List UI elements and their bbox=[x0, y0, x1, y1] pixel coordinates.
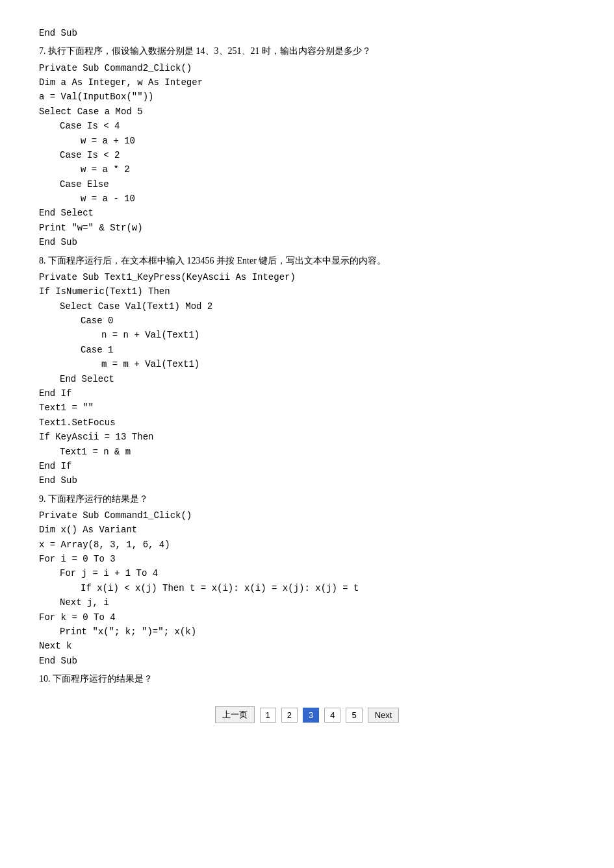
code-line: Case 1 bbox=[39, 343, 575, 357]
code-line: Next j, i bbox=[39, 595, 575, 610]
code-line: End Sub bbox=[39, 26, 575, 40]
page-1[interactable]: 1 bbox=[260, 708, 276, 723]
code-content: End Sub7. 执行下面程序，假设输入数据分别是 14、3、251、21 时… bbox=[39, 26, 575, 687]
code-line: End Sub bbox=[39, 473, 575, 488]
code-line: If KeyAscii = 13 Then bbox=[39, 430, 575, 444]
code-line: Private Sub Command1_Click() bbox=[39, 508, 575, 523]
code-line: Text1 = "" bbox=[39, 401, 575, 415]
question-line: 8. 下面程序运行后，在文本框中输入 123456 并按 Enter 键后，写出… bbox=[39, 253, 575, 269]
question-line: 10. 下面程序运行的结果是？ bbox=[39, 671, 575, 687]
code-line: End Sub bbox=[39, 654, 575, 668]
code-line: Dim a As Integer, w As Integer bbox=[39, 75, 575, 90]
code-line: Select Case Val(Text1) Mod 2 bbox=[39, 299, 575, 314]
question-line: 7. 执行下面程序，假设输入数据分别是 14、3、251、21 时，输出内容分别… bbox=[39, 43, 575, 59]
page-2[interactable]: 2 bbox=[281, 708, 298, 723]
code-line: Print "x("; k; ")="; x(k) bbox=[39, 625, 575, 639]
code-line: Private Sub Command2_Click() bbox=[39, 61, 575, 75]
next-button[interactable]: Next bbox=[368, 708, 400, 723]
code-line: x = Array(8, 3, 1, 6, 4) bbox=[39, 538, 575, 552]
code-line: End Sub bbox=[39, 235, 575, 249]
code-line: For k = 0 To 4 bbox=[39, 610, 575, 625]
code-line: If x(i) < x(j) Then t = x(i): x(i) = x(j… bbox=[39, 581, 575, 595]
page-4[interactable]: 4 bbox=[324, 708, 340, 723]
code-line: Next k bbox=[39, 639, 575, 653]
code-line: Text1.SetFocus bbox=[39, 415, 575, 430]
code-line: Print "w=" & Str(w) bbox=[39, 221, 575, 235]
code-line: w = a * 2 bbox=[39, 162, 575, 177]
code-line: End Select bbox=[39, 206, 575, 220]
code-line: End If bbox=[39, 459, 575, 473]
code-line: End Select bbox=[39, 372, 575, 386]
page-5[interactable]: 5 bbox=[346, 708, 362, 723]
pagination-bar[interactable]: 上一页 1 2 3 4 5 Next bbox=[39, 706, 575, 723]
code-line: a = Val(InputBox("")) bbox=[39, 90, 575, 104]
page-3[interactable]: 3 bbox=[303, 708, 319, 723]
code-line: Dim x() As Variant bbox=[39, 523, 575, 537]
code-line: w = a - 10 bbox=[39, 192, 575, 206]
code-line: Select Case a Mod 5 bbox=[39, 105, 575, 119]
code-line: Case 0 bbox=[39, 314, 575, 328]
code-line: For j = i + 1 To 4 bbox=[39, 566, 575, 580]
code-line: If IsNumeric(Text1) Then bbox=[39, 284, 575, 299]
prev-button[interactable]: 上一页 bbox=[215, 706, 255, 723]
code-line: For i = 0 To 3 bbox=[39, 552, 575, 566]
code-line: Private Sub Text1_KeyPress(KeyAscii As I… bbox=[39, 270, 575, 284]
code-line: n = n + Val(Text1) bbox=[39, 328, 575, 342]
code-line: Text1 = n & m bbox=[39, 445, 575, 459]
code-line: Case Else bbox=[39, 177, 575, 192]
code-line: m = m + Val(Text1) bbox=[39, 357, 575, 371]
question-line: 9. 下面程序运行的结果是？ bbox=[39, 491, 575, 507]
code-line: End If bbox=[39, 386, 575, 401]
code-line: Case Is < 2 bbox=[39, 148, 575, 162]
main-content: End Sub7. 执行下面程序，假设输入数据分别是 14、3、251、21 时… bbox=[39, 26, 575, 687]
code-line: Case Is < 4 bbox=[39, 119, 575, 133]
code-line: w = a + 10 bbox=[39, 134, 575, 148]
